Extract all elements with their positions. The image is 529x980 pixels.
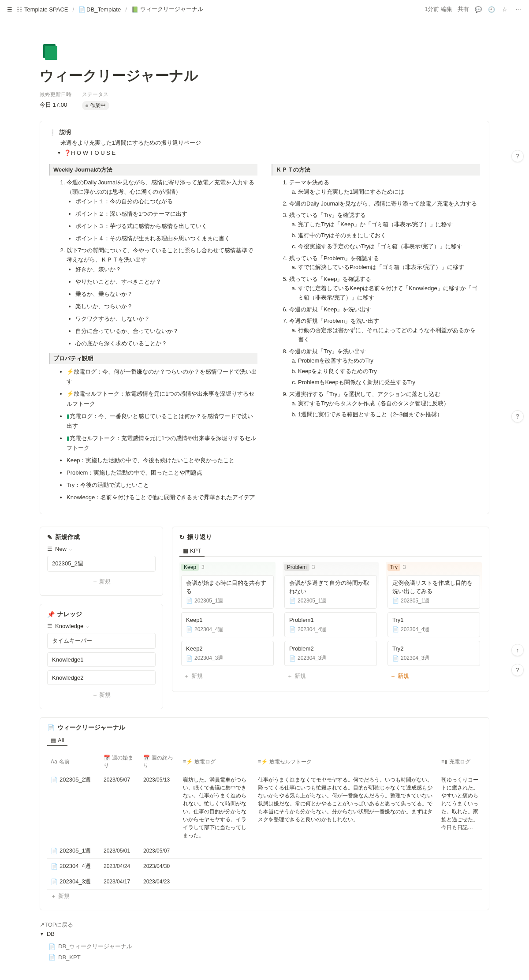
cell[interactable] (254, 874, 438, 890)
status-dot-icon (86, 105, 88, 107)
column-header[interactable]: 📅週の終わり (140, 752, 179, 772)
cell[interactable] (179, 859, 254, 874)
column-header[interactable]: ≡⚡放電ログ (179, 752, 254, 772)
cell[interactable] (254, 859, 438, 874)
card-title: 会議が多過ぎて自分の時間が取れない (289, 579, 372, 595)
cell[interactable]: 2023/04/17 (100, 874, 140, 890)
cell[interactable] (179, 843, 254, 859)
tab-kpt[interactable]: ▦KPT (179, 546, 205, 557)
add-new-button[interactable]: ＋ 新規 (47, 688, 156, 702)
column-header[interactable]: ≡⚡放電セルフトーク (254, 752, 438, 772)
tab-all[interactable]: ▦All (47, 735, 67, 746)
scroll-top-button[interactable]: ↑ (511, 644, 524, 656)
cell[interactable] (438, 843, 482, 859)
list-item[interactable]: 202305_2週 (47, 556, 156, 572)
list-item: 来週実行する「Try」を選択して、アクションに落とし込む実行するTryからタスク… (289, 390, 480, 419)
star-icon[interactable]: ☆ (501, 5, 509, 13)
board-column: Try3定例会議リストを作成し目的を洗い出してみる📄202305_1週Try1📄… (386, 562, 482, 685)
list-item[interactable]: タイムキーパー (47, 633, 156, 649)
cell[interactable]: 2023/04/30 (140, 859, 179, 874)
cell[interactable] (179, 874, 254, 890)
page-link[interactable]: 📄202305_2週 (51, 776, 97, 784)
view-knowledge[interactable]: ☰Knowledge⌵ (47, 623, 156, 629)
more-icon[interactable]: ⋯ (514, 5, 522, 13)
menu-icon[interactable]: ☰ (7, 6, 12, 13)
list-item[interactable]: Knowledge2 (47, 670, 156, 685)
db-link[interactable]: 📄DB_KPT (48, 952, 489, 962)
cell[interactable]: 2023/05/07 (100, 772, 140, 843)
card-link: 📄202305_1週 (392, 597, 475, 605)
column-header[interactable]: ≡▮充電ログ (438, 752, 482, 772)
doc-icon: 📄 (51, 863, 58, 870)
list-item: 心の底から深く求めていることか？ (75, 339, 257, 348)
add-card-button[interactable]: ＋ 新規 (387, 670, 480, 683)
doc-icon: 📄 (392, 626, 399, 632)
board-card[interactable]: Keep1📄202304_4週 (181, 612, 274, 637)
list-item: Keepをより良くするためのTry (298, 367, 480, 376)
page-icon[interactable] (40, 36, 66, 63)
cell[interactable] (254, 843, 438, 859)
plug-icon: ▮ (67, 435, 70, 441)
doc-icon: 📄 (186, 598, 193, 604)
comment-icon[interactable]: 💬 (474, 5, 482, 13)
cell[interactable]: 仕事がうまく進まなくてモヤモヤする。何でだろう。いつも時間がない。降ってくる仕事… (254, 772, 438, 843)
board-card[interactable]: Try1📄202304_4週 (387, 612, 480, 637)
page-link[interactable]: 📄202305_1週 (51, 847, 97, 855)
breadcrumb-item-1[interactable]: 📄DB_Template (77, 5, 123, 14)
doc-icon: 📄 (48, 954, 56, 961)
cell[interactable]: 2023/04/23 (140, 874, 179, 890)
status-badge[interactable]: 作業中 (82, 101, 109, 110)
list-item: ⚡放電ログ：今、何が一番嫌なのか？つらいのか？を感情ワードで洗い出す (67, 367, 257, 386)
add-card-button[interactable]: ＋ 新規 (284, 670, 377, 683)
board-card[interactable]: Problem2📄202304_3週 (284, 641, 377, 666)
breadcrumb-item-2[interactable]: 📗ウィークリージャーナル (130, 4, 205, 14)
topbar-actions: 1分前 編集 共有 💬 🕘 ☆ ⋯ (425, 5, 522, 13)
doc-icon: 📄 (51, 848, 58, 854)
col-icon: Aa (51, 759, 57, 765)
page-link[interactable]: 📄202304_3週 (51, 878, 97, 886)
breadcrumb-item-0[interactable]: ☷Template SPACE (15, 5, 70, 14)
column-header[interactable]: Aa名前 (47, 752, 100, 772)
board-card[interactable]: 会議が始まる時に目的を共有する📄202305_1週 (181, 575, 274, 608)
cell[interactable]: 2023/04/24 (100, 859, 140, 874)
section-weekly-method: Weekly Journalの方法 (49, 164, 257, 176)
add-row-button[interactable]: ＋ 新規 (47, 890, 482, 903)
view-new[interactable]: ☰New⌵ (47, 546, 156, 552)
cell[interactable]: 2023/05/07 (140, 843, 179, 859)
doc-icon: 📄 (289, 598, 296, 604)
page-title[interactable]: ウィークリージャーナル (40, 66, 489, 86)
cell[interactable] (438, 874, 482, 890)
share-button[interactable]: 共有 (458, 5, 469, 13)
cell[interactable]: 2023/05/13 (140, 772, 179, 843)
list-item[interactable]: Knowledge1 (47, 652, 156, 667)
list-item: 好きか、嫌いか？ (75, 265, 257, 274)
create-icon: ✎ (47, 534, 52, 541)
add-new-button[interactable]: ＋ 新規 (47, 575, 156, 588)
db-link[interactable]: 📄DB_ウィークリージャーナル (48, 941, 489, 952)
cell[interactable] (438, 859, 482, 874)
board-card[interactable]: Keep2📄202304_3週 (181, 641, 274, 666)
help-button[interactable]: ? (511, 150, 524, 162)
add-card-button[interactable]: ＋ 新規 (181, 670, 274, 683)
board-card[interactable]: Try2📄202304_3週 (387, 641, 480, 666)
clock-icon[interactable]: 🕘 (488, 5, 495, 13)
help-button[interactable]: ? (511, 410, 524, 423)
bolt-icon: ⚡ (67, 390, 74, 397)
cell[interactable]: 2023/05/01 (100, 843, 140, 859)
howto-toggle[interactable]: ▼❓H O W T O U S E (49, 150, 480, 156)
db-toggle[interactable]: ▼DB (40, 931, 489, 937)
board-card[interactable]: 会議が多過ぎて自分の時間が取れない📄202305_1週 (284, 575, 377, 608)
cell[interactable]: 朝ゆっくりコートに癒された。やすいと褒められてうまくいった。取れた。家族と過ごせ… (438, 772, 482, 843)
topbar: ☰ ☷Template SPACE / 📄DB_Template / 📗ウィーク… (0, 0, 529, 19)
cell[interactable]: 寝坊した。満員電車がつらい。眠くて会議に集中できない。仕事がうまく進められない。… (179, 772, 254, 843)
help-button[interactable]: ? (511, 664, 524, 676)
board-card[interactable]: 定例会議リストを作成し目的を洗い出してみる📄202305_1週 (387, 575, 480, 608)
card-link: 📄202304_3週 (392, 655, 475, 662)
board-card[interactable]: Problem1📄202304_4週 (284, 612, 377, 637)
right-column: ＫＰＴの方法 テーマを決める来週をより充実した1週間にするためには今週のDail… (272, 160, 480, 505)
back-to-top[interactable]: ↗TOPに戻る (40, 919, 489, 931)
page-link[interactable]: 📄202304_4週 (51, 862, 97, 870)
card-title: 会議が始まる時に目的を共有する (186, 579, 269, 595)
section-kpt-method: ＫＰＴの方法 (272, 164, 480, 176)
column-header[interactable]: 📅週の始まり (100, 752, 140, 772)
